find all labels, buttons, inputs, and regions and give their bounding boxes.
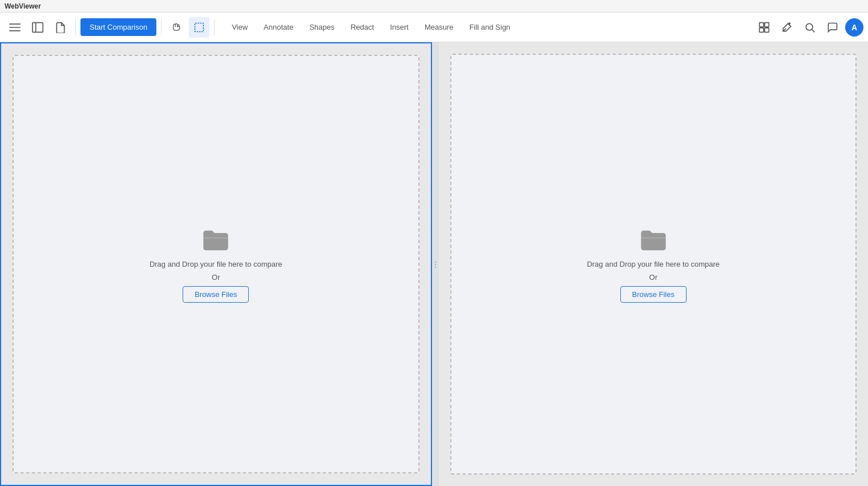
nav-item-insert[interactable]: Insert [382,18,417,36]
toolbar-right: A [754,17,863,38]
multi-window-button[interactable] [754,17,774,38]
main-content: Drag and Drop your file here to compare … [0,42,868,486]
search-button[interactable] [800,17,820,38]
right-folder-icon [639,226,668,255]
panel-icon [32,22,43,33]
document-button[interactable] [50,17,71,38]
nav-menu: View Annotate Shapes Redact Insert Measu… [224,18,518,36]
divider-2 [161,19,162,35]
divider-3 [214,19,215,35]
marquee-icon [193,22,205,33]
comment-button[interactable] [822,17,843,38]
search-icon [804,22,815,33]
svg-rect-2 [9,30,21,31]
nav-item-measure[interactable]: Measure [417,18,462,36]
svg-rect-9 [765,27,769,32]
svg-point-10 [806,23,813,30]
panel-toggle-button[interactable] [27,17,48,38]
svg-rect-0 [9,23,21,25]
nav-item-redact[interactable]: Redact [342,18,382,36]
right-drop-zone[interactable]: Drag and Drop your file here to compare … [450,54,857,475]
hamburger-icon [9,22,21,33]
title-bar: WebViewer [0,0,868,13]
svg-rect-6 [760,22,764,27]
toolbar: Start Comparison View Annotate Shapes Re… [0,13,868,42]
left-drop-zone[interactable]: Drag and Drop your file here to compare … [13,55,419,473]
divider-1 [75,19,76,35]
avatar[interactable]: A [845,18,863,37]
left-drop-zone-container: Drag and Drop your file here to compare … [0,42,432,486]
pen-button[interactable] [777,17,797,38]
left-browse-files-button[interactable]: Browse Files [183,286,249,303]
nav-item-fill-and-sign[interactable]: Fill and Sign [462,18,519,36]
hand-icon [171,22,182,33]
nav-item-shapes[interactable]: Shapes [301,18,342,36]
splitter-icon: ⋮ [432,260,439,268]
marquee-tool-button[interactable] [189,17,209,38]
svg-line-11 [812,29,815,32]
right-or-text: Or [649,273,657,282]
start-comparison-button[interactable]: Start Comparison [80,18,156,36]
multi-window-icon [758,22,770,33]
svg-rect-8 [760,27,764,32]
svg-rect-3 [33,22,43,32]
document-icon [55,22,66,33]
right-drag-drop-text: Drag and Drop your file here to compare [587,260,720,268]
svg-rect-1 [9,27,21,28]
comment-icon [827,22,838,33]
svg-rect-5 [195,23,204,31]
pen-icon [781,22,793,33]
nav-item-annotate[interactable]: Annotate [256,18,301,36]
menu-button[interactable] [5,17,25,38]
left-or-text: Or [212,273,220,282]
nav-item-view[interactable]: View [224,18,256,36]
app-name: WebViewer [5,2,41,10]
hand-tool-button[interactable] [166,17,187,38]
panel-splitter[interactable]: ⋮ [432,42,439,486]
right-browse-files-button[interactable]: Browse Files [620,286,687,303]
right-drop-zone-container: Drag and Drop your file here to compare … [439,42,869,486]
left-drag-drop-text: Drag and Drop your file here to compare [150,260,282,268]
left-folder-icon [201,226,231,255]
svg-rect-7 [765,22,769,27]
